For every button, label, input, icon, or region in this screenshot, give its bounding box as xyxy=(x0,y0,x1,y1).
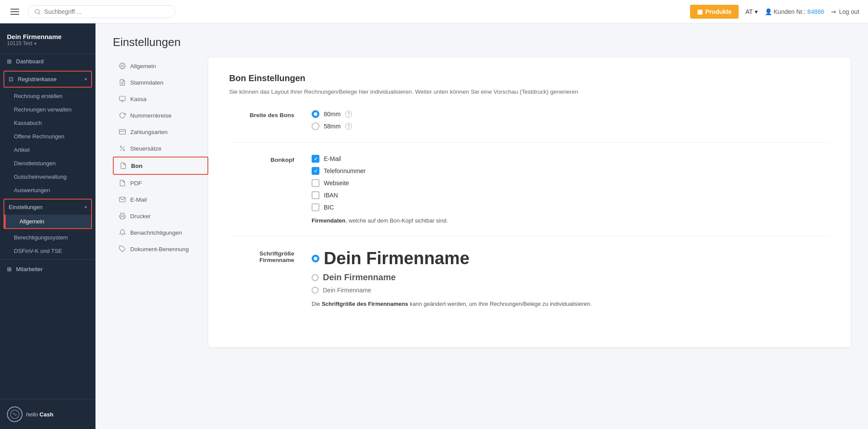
svg-rect-14 xyxy=(121,216,124,219)
settings-nav-stammdaten[interactable]: Stammdaten xyxy=(113,74,208,91)
bonkopf-row: Bonkopf E-Mail Telefonnummer Webseite xyxy=(229,155,830,236)
sidebar-item-kassabuch[interactable]: Kassabuch xyxy=(0,116,95,130)
refresh-icon xyxy=(119,112,126,119)
radio-medium-circle[interactable] xyxy=(312,274,319,281)
sidebar-item-rechnung-erstellen[interactable]: Rechnung erstellen xyxy=(0,89,95,103)
sidebar-item-offene-rechnungen[interactable]: Offene Rechnungen xyxy=(0,130,95,143)
chevron-down-icon: ▾ xyxy=(34,41,36,46)
breite-row: Breite des Bons 80mm ? 58mm ? xyxy=(229,110,830,143)
settings-sidebar-nav: Allgemein Stammdaten Kassa Nummernkreise… xyxy=(113,58,208,347)
radio-80mm[interactable]: 80mm ? xyxy=(312,110,830,118)
sidebar-item-einstellungen[interactable]: Einstellungen ▾ xyxy=(4,200,91,215)
checkbox-email-box[interactable] xyxy=(312,155,319,163)
svg-line-1 xyxy=(39,13,40,14)
schriftgroesse-content: Dein Firmenname Dein Firmenname Dein Fir… xyxy=(312,249,830,307)
checkbox-iban[interactable]: IBAN xyxy=(312,191,830,199)
search-input[interactable] xyxy=(44,8,169,15)
font-medium-option[interactable]: Dein Firmenname xyxy=(312,272,830,282)
radio-80mm-circle[interactable] xyxy=(312,110,319,118)
schriftgroesse-label: Schriftgröße Firmenname xyxy=(229,249,294,263)
settings-nav-steuersaetze[interactable]: Steuersätze xyxy=(113,140,208,157)
settings-nav-email[interactable]: E-Mail xyxy=(113,191,208,208)
sidebar-item-artikel[interactable]: Artikel xyxy=(0,143,95,157)
radio-small-circle[interactable] xyxy=(312,287,319,294)
sidebar-item-allgemein[interactable]: Allgemein xyxy=(4,215,91,228)
checkbox-webseite[interactable]: Webseite xyxy=(312,179,830,187)
settings-nav-zahlungsarten[interactable]: Zahlungsarten xyxy=(113,124,208,140)
sidebar-item-dienstleistungen[interactable]: Dienstleistungen xyxy=(0,157,95,170)
sidebar-nav: ⊞ Dashboard ⊡ Registrierkasse ▾ Rechnung… xyxy=(0,54,95,399)
help-icon-58mm[interactable]: ? xyxy=(345,123,352,130)
radio-58mm[interactable]: 58mm ? xyxy=(312,122,830,130)
sidebar-item-gutscheinverwaltung[interactable]: Gutscheinverwaltung xyxy=(0,170,95,183)
chevron-down-icon: ▾ xyxy=(755,8,758,15)
checkbox-telefonnummer-box[interactable] xyxy=(312,167,319,175)
svg-rect-9 xyxy=(119,130,126,134)
settings-nav-allgemein[interactable]: Allgemein xyxy=(113,58,208,74)
bonkopf-label: Bonkopf xyxy=(229,155,294,163)
sidebar-footer: hello Cash xyxy=(0,399,95,429)
monitor-icon xyxy=(119,95,126,102)
bonkopf-content: E-Mail Telefonnummer Webseite IBAN xyxy=(312,155,830,224)
breite-content: 80mm ? 58mm ? xyxy=(312,110,830,130)
sidebar-item-mitarbeiter[interactable]: ⊞ Mitarbeiter xyxy=(0,262,95,277)
hellocash-logo: hello Cash xyxy=(7,406,89,422)
sidebar-item-registrierkasse[interactable]: ⊡ Registrierkasse ▾ xyxy=(4,72,91,87)
einstellungen-section: Einstellungen ▾ Allgemein xyxy=(3,199,92,229)
settings-layout: Allgemein Stammdaten Kassa Nummernkreise… xyxy=(95,58,868,364)
sidebar-item-rechnungen-verwalten[interactable]: Rechnungen verwalten xyxy=(0,103,95,116)
sidebar-item-auswertungen[interactable]: Auswertungen xyxy=(0,183,95,197)
svg-point-13 xyxy=(123,149,125,151)
file-text-icon xyxy=(119,79,126,86)
percent-icon xyxy=(119,145,126,152)
search-wrapper xyxy=(28,5,175,18)
schriftgroesse-note: Die Schriftgröße des Firmennamens kann g… xyxy=(312,301,830,307)
chevron-down-icon: ▾ xyxy=(85,77,87,82)
settings-nav-dokument-benennung[interactable]: Dokument-Benennung xyxy=(113,241,208,257)
checkbox-bic[interactable]: BIC xyxy=(312,203,830,211)
radio-58mm-circle[interactable] xyxy=(312,122,319,130)
svg-rect-6 xyxy=(119,96,125,100)
font-small-option[interactable]: Dein Firmenname xyxy=(312,287,830,294)
country-selector[interactable]: AT ▾ xyxy=(746,8,758,15)
sidebar-item-dsfinvk[interactable]: DSFinV-K und TSE xyxy=(0,244,95,258)
settings-nav-nummernkreise[interactable]: Nummernkreise xyxy=(113,107,208,124)
produkte-button[interactable]: ▦ Produkte xyxy=(690,5,739,19)
grid-icon: ⊞ xyxy=(7,58,12,65)
settings-content: Bon Einstellungen Sie können das Layout … xyxy=(208,58,851,347)
checkbox-email[interactable]: E-Mail xyxy=(312,155,830,163)
main-content: Einstellungen Allgemein Stammdaten Kassa xyxy=(95,23,868,429)
menu-button[interactable] xyxy=(9,7,21,16)
chevron-down-icon: ▾ xyxy=(85,205,87,210)
radio-large-circle[interactable] xyxy=(312,255,319,262)
settings-nav-kassa[interactable]: Kassa xyxy=(113,91,208,107)
page-title: Einstellungen xyxy=(113,36,851,49)
sidebar-item-berechtigungssystem[interactable]: Berechtigungssystem xyxy=(0,231,95,244)
checkbox-webseite-box[interactable] xyxy=(312,179,319,187)
bon-settings-title: Bon Einstellungen xyxy=(229,73,830,83)
file-pdf-icon xyxy=(119,180,126,187)
settings-nav-bon[interactable]: Bon xyxy=(113,157,208,175)
user-icon: 👤 xyxy=(765,8,772,15)
sidebar-item-dashboard[interactable]: ⊞ Dashboard xyxy=(0,54,95,69)
kunden-nr: 👤 Kunden Nr.: 84886 xyxy=(765,8,825,15)
sidebar-company-sub[interactable]: 10115 Test ▾ xyxy=(7,40,89,46)
file-icon xyxy=(120,162,127,169)
registrierkasse-section: ⊡ Registrierkasse ▾ xyxy=(3,71,92,88)
tag-icon xyxy=(119,246,126,252)
firmendaten-note: Firmendaten, welche auf dem Bon-Kopf sic… xyxy=(312,217,830,224)
checkbox-bic-box[interactable] xyxy=(312,203,319,211)
settings-nav-pdf[interactable]: PDF xyxy=(113,175,208,191)
settings-nav-drucker[interactable]: Drucker xyxy=(113,208,208,224)
credit-card-icon xyxy=(119,128,126,135)
checkbox-telefonnummer[interactable]: Telefonnummer xyxy=(312,167,830,175)
breite-label: Breite des Bons xyxy=(229,110,294,118)
settings-nav-benachrichtigungen[interactable]: Benachrichtigungen xyxy=(113,224,208,241)
schriftgroesse-row: Schriftgröße Firmenname Dein Firmenname … xyxy=(229,249,830,319)
font-large-option[interactable]: Dein Firmenname xyxy=(312,249,830,268)
checkbox-iban-box[interactable] xyxy=(312,191,319,199)
kunden-nr-link[interactable]: 84886 xyxy=(807,8,824,15)
help-icon-80mm[interactable]: ? xyxy=(345,111,352,118)
logout-button[interactable]: ⇒ Log out xyxy=(831,8,859,15)
logo-circle xyxy=(7,406,23,422)
